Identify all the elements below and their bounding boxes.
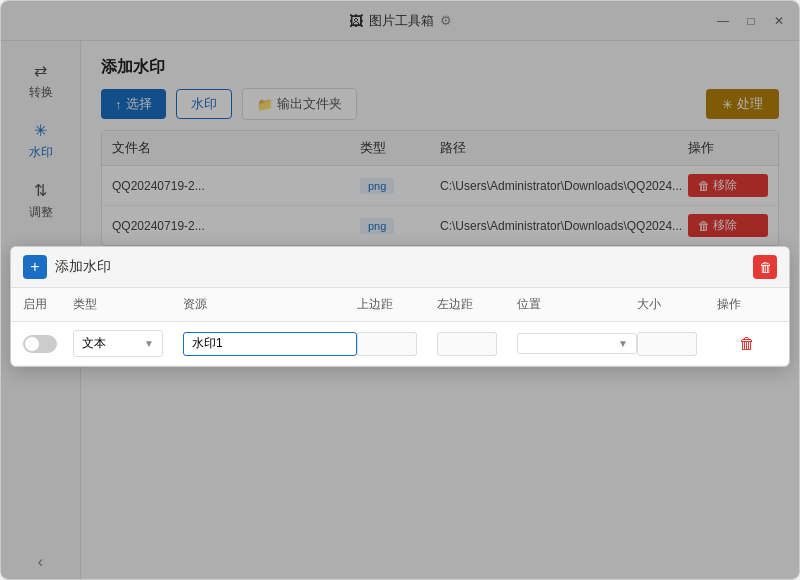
left-margin-input[interactable] <box>437 332 497 356</box>
dialog-delete-button[interactable]: 🗑 <box>753 255 777 279</box>
chevron-down-icon: ▼ <box>618 338 628 349</box>
dialog-title: 添加水印 <box>55 258 111 276</box>
modal-overlay: + 添加水印 🗑 启用 类型 资源 上边距 左边距 位置 大小 操作 <box>1 1 799 579</box>
dialog-trash-icon: 🗑 <box>759 260 772 275</box>
type-value: 文本 <box>82 335 106 352</box>
main-window: 🖼 图片工具箱 ⚙ — □ ✕ ⇄ 转换 ✳ 水印 ⇅ 调整 ✂ <box>0 0 800 580</box>
dialog-col-size: 大小 <box>637 296 717 313</box>
dialog-col-type: 类型 <box>73 296 183 313</box>
resource-input-wrapper <box>183 332 357 356</box>
top-margin-input[interactable] <box>357 332 417 356</box>
dialog-col-action: 操作 <box>717 296 777 313</box>
row-trash-icon: 🗑 <box>739 335 755 352</box>
dialog-header: + 添加水印 🗑 <box>11 247 789 288</box>
left-margin-wrapper <box>437 332 517 356</box>
position-select[interactable]: ▼ <box>517 333 637 354</box>
dialog-col-left: 左边距 <box>437 296 517 313</box>
dialog-col-top: 上边距 <box>357 296 437 313</box>
dialog-col-position: 位置 <box>517 296 637 313</box>
dialog-col-enable: 启用 <box>23 296 73 313</box>
dialog-col-resource: 资源 <box>183 296 357 313</box>
size-input[interactable] <box>637 332 697 356</box>
dialog-title-area: + 添加水印 <box>23 255 111 279</box>
toggle-switch[interactable] <box>23 335 73 353</box>
dialog-table-row: 文本 ▼ ▼ <box>11 322 789 366</box>
dialog-table-header: 启用 类型 资源 上边距 左边距 位置 大小 操作 <box>11 288 789 322</box>
top-margin-wrapper <box>357 332 437 356</box>
chevron-down-icon: ▼ <box>144 338 154 349</box>
enable-toggle[interactable] <box>23 335 57 353</box>
watermark-dialog: + 添加水印 🗑 启用 类型 资源 上边距 左边距 位置 大小 操作 <box>10 246 790 367</box>
type-select[interactable]: 文本 ▼ <box>73 330 163 357</box>
resource-input[interactable] <box>183 332 357 356</box>
row-delete-button[interactable]: 🗑 <box>717 335 777 353</box>
add-row-button[interactable]: + <box>23 255 47 279</box>
size-wrapper <box>637 332 717 356</box>
